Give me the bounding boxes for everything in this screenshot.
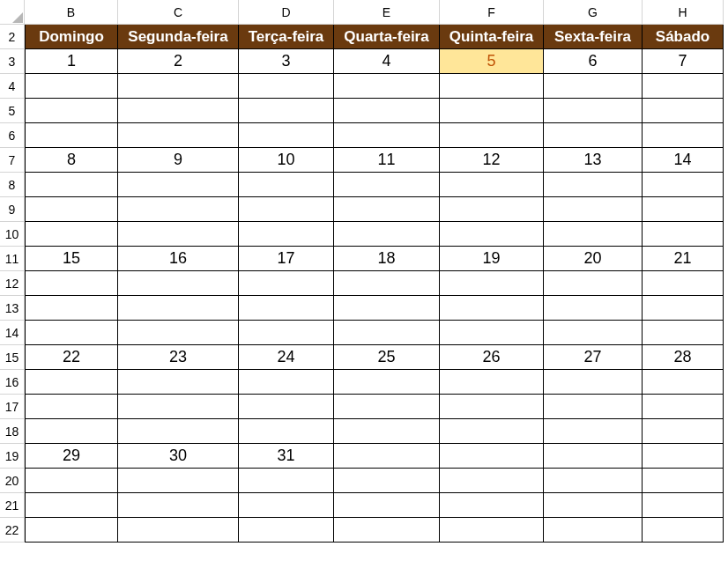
- calendar-cell[interactable]: [239, 419, 334, 444]
- calendar-cell[interactable]: [440, 469, 544, 493]
- calendar-cell[interactable]: [440, 493, 544, 518]
- calendar-cell[interactable]: [643, 173, 724, 197]
- select-all-corner[interactable]: [0, 0, 25, 25]
- calendar-cell[interactable]: 27: [544, 345, 643, 370]
- calendar-cell[interactable]: [440, 321, 544, 345]
- calendar-cell[interactable]: 30: [118, 444, 239, 469]
- calendar-cell[interactable]: [334, 370, 440, 395]
- calendar-cell[interactable]: 29: [25, 444, 118, 469]
- calendar-cell[interactable]: [440, 197, 544, 222]
- column-header[interactable]: H: [643, 0, 724, 25]
- calendar-cell[interactable]: [25, 493, 118, 518]
- row-header[interactable]: 14: [0, 321, 25, 345]
- calendar-cell[interactable]: 2: [118, 49, 239, 74]
- calendar-cell[interactable]: [25, 469, 118, 493]
- calendar-cell[interactable]: [440, 419, 544, 444]
- calendar-cell[interactable]: [334, 123, 440, 148]
- calendar-cell[interactable]: [544, 271, 643, 296]
- calendar-cell[interactable]: 24: [239, 345, 334, 370]
- calendar-cell[interactable]: [118, 222, 239, 247]
- calendar-cell[interactable]: [25, 395, 118, 419]
- row-header[interactable]: 17: [0, 395, 25, 419]
- calendar-cell[interactable]: [440, 173, 544, 197]
- calendar-cell[interactable]: [544, 123, 643, 148]
- calendar-cell[interactable]: [440, 444, 544, 469]
- calendar-cell[interactable]: [118, 74, 239, 99]
- row-header[interactable]: 12: [0, 271, 25, 296]
- calendar-cell[interactable]: 1: [25, 49, 118, 74]
- row-header[interactable]: 3: [0, 49, 25, 74]
- row-header[interactable]: 19: [0, 444, 25, 469]
- calendar-cell[interactable]: [239, 271, 334, 296]
- calendar-cell[interactable]: [25, 518, 118, 543]
- calendar-cell[interactable]: [643, 222, 724, 247]
- calendar-cell[interactable]: [118, 395, 239, 419]
- calendar-cell[interactable]: [643, 321, 724, 345]
- calendar-cell[interactable]: 4: [334, 49, 440, 74]
- calendar-cell[interactable]: [334, 173, 440, 197]
- calendar-cell[interactable]: 6: [544, 49, 643, 74]
- calendar-cell[interactable]: [239, 395, 334, 419]
- day-header-cell[interactable]: Domingo: [25, 25, 118, 49]
- calendar-cell[interactable]: [544, 370, 643, 395]
- calendar-cell[interactable]: [544, 395, 643, 419]
- calendar-cell[interactable]: 26: [440, 345, 544, 370]
- calendar-cell[interactable]: [118, 321, 239, 345]
- calendar-cell[interactable]: [334, 395, 440, 419]
- calendar-cell[interactable]: [118, 370, 239, 395]
- calendar-cell[interactable]: [440, 296, 544, 321]
- calendar-cell[interactable]: [118, 197, 239, 222]
- calendar-cell[interactable]: [544, 444, 643, 469]
- calendar-cell[interactable]: [643, 370, 724, 395]
- column-header[interactable]: D: [239, 0, 334, 25]
- calendar-cell[interactable]: [544, 296, 643, 321]
- column-header[interactable]: B: [25, 0, 118, 25]
- column-header[interactable]: E: [334, 0, 440, 25]
- row-header[interactable]: 11: [0, 247, 25, 271]
- calendar-cell[interactable]: 21: [643, 247, 724, 271]
- day-header-cell[interactable]: Segunda-feira: [118, 25, 239, 49]
- calendar-cell[interactable]: [440, 271, 544, 296]
- calendar-cell[interactable]: 3: [239, 49, 334, 74]
- calendar-cell[interactable]: [440, 99, 544, 123]
- calendar-cell[interactable]: [118, 518, 239, 543]
- day-header-cell[interactable]: Quarta-feira: [334, 25, 440, 49]
- calendar-cell[interactable]: [118, 271, 239, 296]
- calendar-cell[interactable]: [25, 123, 118, 148]
- row-header[interactable]: 7: [0, 148, 25, 173]
- calendar-cell[interactable]: [118, 493, 239, 518]
- calendar-cell[interactable]: [239, 173, 334, 197]
- calendar-cell[interactable]: 16: [118, 247, 239, 271]
- row-header[interactable]: 20: [0, 469, 25, 493]
- calendar-cell[interactable]: [440, 123, 544, 148]
- calendar-cell[interactable]: [544, 518, 643, 543]
- spreadsheet-grid[interactable]: BCDEFGH2DomingoSegunda-feiraTerça-feiraQ…: [0, 0, 728, 543]
- calendar-cell[interactable]: [643, 123, 724, 148]
- calendar-cell[interactable]: [239, 222, 334, 247]
- calendar-cell[interactable]: [544, 222, 643, 247]
- calendar-cell[interactable]: [25, 222, 118, 247]
- row-header[interactable]: 2: [0, 25, 25, 49]
- row-header[interactable]: 22: [0, 518, 25, 543]
- day-header-cell[interactable]: Quinta-feira: [440, 25, 544, 49]
- calendar-cell[interactable]: [643, 74, 724, 99]
- calendar-cell[interactable]: [643, 493, 724, 518]
- calendar-cell[interactable]: [440, 518, 544, 543]
- calendar-cell[interactable]: [643, 444, 724, 469]
- calendar-cell[interactable]: [118, 469, 239, 493]
- calendar-cell[interactable]: [544, 74, 643, 99]
- calendar-cell[interactable]: [334, 321, 440, 345]
- calendar-cell[interactable]: [25, 197, 118, 222]
- calendar-cell[interactable]: [334, 99, 440, 123]
- calendar-cell[interactable]: [334, 222, 440, 247]
- calendar-cell[interactable]: [544, 469, 643, 493]
- calendar-cell[interactable]: [239, 321, 334, 345]
- row-header[interactable]: 8: [0, 173, 25, 197]
- calendar-cell[interactable]: [118, 296, 239, 321]
- calendar-cell[interactable]: [334, 444, 440, 469]
- calendar-cell[interactable]: [239, 469, 334, 493]
- row-header[interactable]: 16: [0, 370, 25, 395]
- row-header[interactable]: 4: [0, 74, 25, 99]
- calendar-cell[interactable]: [334, 518, 440, 543]
- row-header[interactable]: 9: [0, 197, 25, 222]
